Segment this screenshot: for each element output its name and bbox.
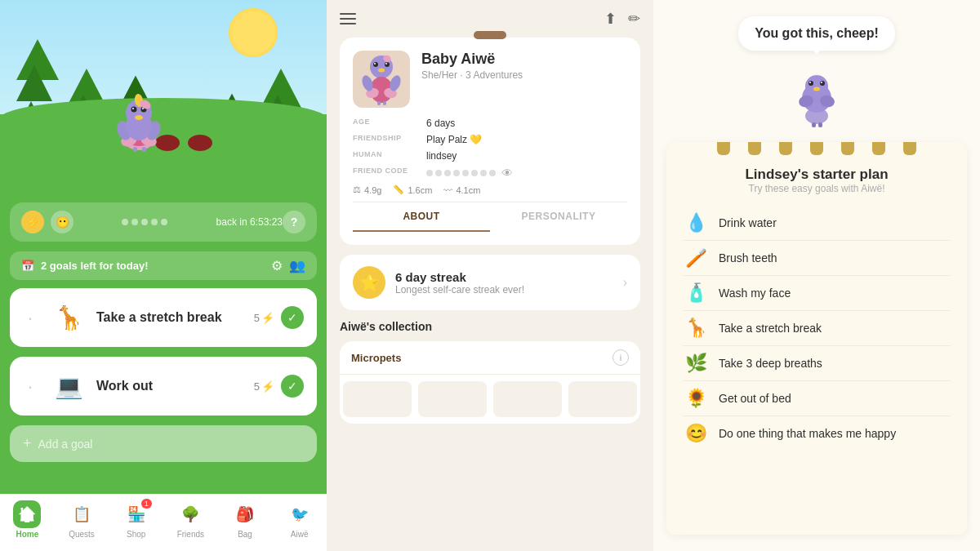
nav-quests[interactable]: 📋 Quests (55, 494, 109, 551)
plan-item-label: Take a stretch break (719, 322, 822, 335)
svg-point-8 (135, 115, 143, 120)
ring-6 (872, 142, 885, 155)
ring-1 (717, 142, 730, 155)
progress-track (74, 219, 216, 225)
svg-point-9 (131, 107, 137, 113)
goal-points-workout: 5 ⚡ (254, 380, 274, 393)
nav-friends[interactable]: 🌳 Friends (163, 494, 218, 551)
notebook-rings (666, 142, 967, 155)
svg-point-35 (805, 75, 828, 98)
plus-icon: + (23, 435, 32, 452)
goal-emoji-stretch: 🦒 (51, 300, 87, 335)
micropets-label: Micropets (351, 352, 401, 364)
streak-sub: Longest self-care streak ever! (395, 284, 613, 295)
check-icon-workout[interactable]: ✓ (281, 375, 304, 398)
profile-tabs: ABOUT PERSONALITY (353, 202, 627, 232)
sun-decoration (229, 8, 278, 57)
plan-item: 🦒 Take a stretch break (683, 311, 951, 346)
svg-point-38 (809, 82, 811, 83)
share-icon[interactable]: ⬆ (604, 10, 617, 28)
human-label: HUMAN (353, 150, 426, 162)
plan-item: 💧 Drink water (683, 206, 951, 241)
nav-aiwe[interactable]: 🐦 Aiwë (272, 494, 327, 551)
plan-subtitle: Try these easy goals with Aiwë! (683, 183, 951, 194)
drag-handle-workout: ··· (23, 385, 38, 386)
height-icon: 📏 (393, 184, 404, 195)
nav-friends-label: Friends (177, 530, 204, 539)
nav-bag[interactable]: 🎒 Bag (218, 494, 273, 551)
goal-emoji-workout: 💻 (51, 368, 87, 404)
plan-item-label: Drink water (719, 216, 777, 229)
tab-personality[interactable]: PERSONALITY (490, 202, 627, 232)
edit-icon[interactable]: ✏ (628, 10, 640, 28)
quests-icon: 📋 (68, 500, 96, 528)
streak-title: 6 day streak (395, 270, 613, 284)
age-label: AGE (353, 118, 426, 129)
svg-point-37 (820, 81, 825, 86)
collection-title: Aiwë's collection (340, 320, 640, 333)
filter-icon[interactable]: ⚙ (271, 258, 283, 273)
bird-mascot (784, 67, 849, 132)
bio-measurements: ⚖ 4.9g 📏 1.6cm 〰 4.1cm (353, 184, 627, 195)
character-avatar (353, 51, 410, 108)
question-icon[interactable]: ? (283, 211, 305, 233)
menu-button[interactable] (340, 13, 356, 24)
bag-icon: 🎒 (231, 500, 259, 528)
speech-bubble: You got this, cheep! (738, 16, 895, 51)
streak-arrow-icon: › (623, 275, 627, 290)
tab-about[interactable]: ABOUT (353, 202, 490, 232)
ring-7 (903, 142, 916, 155)
plan-item-emoji: 🪥 (683, 247, 709, 269)
plan-item: 🌿 Take 3 deep breaths (683, 346, 951, 381)
svg-point-40 (813, 87, 820, 91)
face-icon: 😶 (51, 211, 74, 233)
plan-item-label: Get out of bed (719, 392, 791, 405)
character-sprite (106, 90, 172, 155)
plan-item: 🌻 Get out of bed (683, 381, 951, 416)
ring-5 (841, 142, 854, 155)
svg-rect-15 (142, 147, 146, 152)
nav-quests-label: Quests (69, 530, 95, 539)
plan-item-label: Take 3 deep breaths (719, 357, 822, 370)
nav-home-label: Home (16, 530, 38, 539)
svg-point-39 (821, 82, 822, 83)
plan-item-emoji: 😊 (683, 423, 709, 444)
plan-item: 🪥 Brush teeth (683, 241, 951, 276)
svg-point-26 (385, 63, 387, 64)
bush-2 (188, 135, 212, 151)
nav-aiwe-label: Aiwë (291, 530, 309, 539)
group-icon[interactable]: 👥 (289, 258, 305, 273)
aiwe-nav-icon: 🐦 (286, 500, 314, 528)
goal-card-workout[interactable]: ··· 💻 Work out 5 ⚡ ✓ (10, 357, 317, 415)
friendship-value: Play Palz 💛 (426, 134, 482, 145)
nav-home[interactable]: 🏠 Home (0, 494, 55, 551)
human-value: lindsey (426, 150, 457, 162)
ring-3 (779, 142, 792, 155)
check-icon-stretch[interactable]: ✓ (281, 306, 304, 329)
streak-card[interactable]: ⭐ 6 day streak Longest self-care streak … (340, 255, 640, 310)
add-goal-button[interactable]: + Add a goal (10, 425, 317, 462)
goals-count-label: 2 goals left for today! (41, 260, 148, 272)
nav-shop-label: Shop (127, 530, 145, 539)
plan-item-emoji: 🌿 (683, 353, 709, 374)
plan-item-emoji: 💧 (683, 212, 709, 233)
friends-icon: 🌳 (176, 500, 204, 528)
add-goal-label: Add a goal (38, 438, 93, 451)
character-name: Baby Aiwë (421, 51, 627, 68)
panel-profile: ⬆ ✏ (327, 0, 653, 551)
ring-4 (810, 142, 823, 155)
collection-card: Micropets i (340, 341, 640, 424)
svg-point-23 (373, 62, 378, 67)
bolt-icon: ⚡ (21, 211, 44, 233)
friendship-label: FRIENDSHIP (353, 134, 426, 145)
goal-card-stretch[interactable]: ··· 🦒 Take a stretch break 5 ⚡ ✓ (10, 288, 317, 347)
goal-points-stretch: 5 ⚡ (254, 312, 274, 324)
plan-item-label: Wash my face (719, 287, 791, 300)
svg-rect-29 (377, 101, 381, 105)
plan-item: 🧴 Wash my face (683, 276, 951, 311)
collection-slot-4 (568, 381, 637, 417)
nav-shop[interactable]: 🏪 1 Shop (109, 494, 163, 551)
plan-item-emoji: 🦒 (683, 318, 709, 339)
friend-code-label: FRIEND CODE (353, 167, 426, 180)
info-icon[interactable]: i (612, 349, 629, 366)
